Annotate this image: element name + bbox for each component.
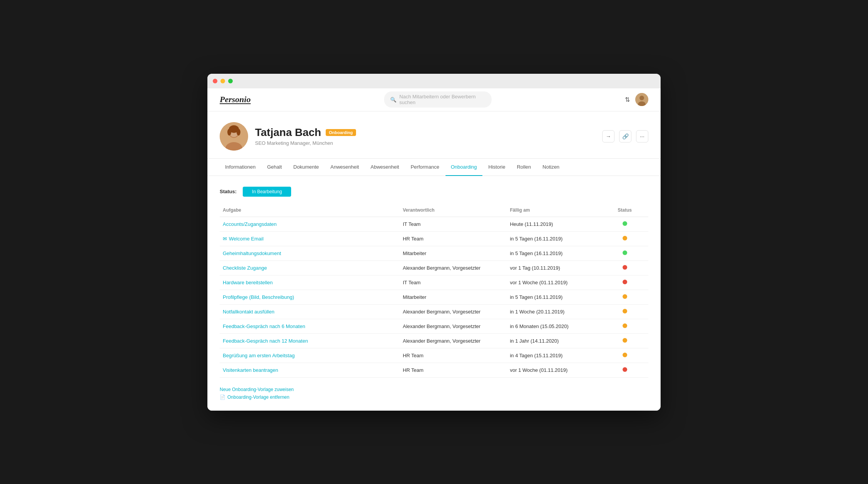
search-icon: 🔍 bbox=[390, 97, 396, 103]
task-verantwortlich: IT Team bbox=[400, 217, 507, 231]
status-dot bbox=[623, 338, 627, 343]
task-link[interactable]: Notfallkontakt ausfüllen bbox=[223, 309, 397, 315]
table-row: Hardware bereitstellenIT Teamvor 1 Woche… bbox=[220, 275, 648, 290]
filter-icon[interactable]: ⇅ bbox=[625, 96, 630, 103]
app-body: Personio 🔍 Nach Mitarbeitern oder Bewerb… bbox=[207, 88, 661, 411]
tab-performance[interactable]: Performance bbox=[405, 159, 444, 176]
minimize-dot[interactable] bbox=[220, 79, 225, 83]
table-row: ✉Welcome EmailHR Teamin 5 Tagen (16.11.2… bbox=[220, 231, 648, 246]
tab-anwesenheit[interactable]: Anwesenheit bbox=[325, 159, 364, 176]
titlebar bbox=[207, 74, 661, 88]
topnav: Personio 🔍 Nach Mitarbeitern oder Bewerb… bbox=[207, 88, 661, 111]
task-link[interactable]: Profilpflege (Bild, Beschreibung) bbox=[223, 294, 397, 300]
top-avatar[interactable] bbox=[635, 93, 648, 106]
table-row: GeheimhaltungsdokumentMitarbeiterin 5 Ta… bbox=[220, 246, 648, 260]
task-link[interactable]: Visitenkarten beantragen bbox=[223, 367, 397, 373]
profile-info: Tatjana Bach Onboarding SEO Marketing Ma… bbox=[255, 126, 356, 146]
task-status-cell bbox=[601, 319, 648, 333]
task-verantwortlich: Mitarbeiter bbox=[400, 246, 507, 260]
table-row: Accounts/ZugangsdatenIT TeamHeute (11.11… bbox=[220, 217, 648, 231]
task-link[interactable]: ✉Welcome Email bbox=[223, 236, 397, 242]
profile-avatar bbox=[220, 122, 248, 151]
task-link[interactable]: Hardware bereitstellen bbox=[223, 280, 397, 285]
table-row: Profilpflege (Bild, Beschreibung)Mitarbe… bbox=[220, 290, 648, 304]
topnav-right: ⇅ bbox=[625, 93, 648, 106]
task-falligam: in 5 Tagen (16.11.2019) bbox=[507, 290, 601, 304]
col-header-verantwortlich: Verantwortlich bbox=[400, 204, 507, 217]
task-verantwortlich: Alexander Bergmann, Vorgesetzter bbox=[400, 304, 507, 319]
table-row: Begrüßung am ersten ArbeitstagHR Teamin … bbox=[220, 348, 648, 363]
table-row: Feedback-Gespräch nach 6 MonatenAlexande… bbox=[220, 319, 648, 333]
task-status-cell bbox=[601, 231, 648, 246]
table-row: Notfallkontakt ausfüllenAlexander Bergma… bbox=[220, 304, 648, 319]
table-row: Visitenkarten beantragenHR Teamvor 1 Woc… bbox=[220, 363, 648, 377]
status-dot bbox=[623, 250, 627, 255]
task-status-cell bbox=[601, 217, 648, 231]
task-link[interactable]: Checkliste Zugange bbox=[223, 265, 397, 271]
task-status-cell bbox=[601, 260, 648, 275]
status-dot bbox=[623, 294, 627, 299]
task-status-cell bbox=[601, 275, 648, 290]
footer-link-new-template[interactable]: Neue Onboarding-Vorlage zuweisen bbox=[220, 387, 648, 392]
tab-notizen[interactable]: Notizen bbox=[537, 159, 565, 176]
task-table-body: Accounts/ZugangsdatenIT TeamHeute (11.11… bbox=[220, 217, 648, 377]
tab-informationen[interactable]: Informationen bbox=[220, 159, 261, 176]
task-verantwortlich: HR Team bbox=[400, 363, 507, 377]
task-status-cell bbox=[601, 363, 648, 377]
task-verantwortlich: HR Team bbox=[400, 231, 507, 246]
task-link[interactable]: Feedback-Gespräch nach 6 Monaten bbox=[223, 323, 397, 329]
svg-point-9 bbox=[237, 129, 240, 136]
tab-rollen[interactable]: Rollen bbox=[512, 159, 537, 176]
footer-link-remove-template[interactable]: 📄 Onboarding-Vorlage entfernen bbox=[220, 394, 648, 400]
profile-avatar-image bbox=[220, 122, 248, 151]
task-falligam: vor 1 Tag (10.11.2019) bbox=[507, 260, 601, 275]
col-header-status: Status bbox=[601, 204, 648, 217]
status-dot bbox=[623, 265, 627, 270]
profile-subtitle: SEO Marketing Manager, München bbox=[255, 140, 356, 146]
svg-point-8 bbox=[227, 129, 231, 136]
profile-actions: → 🔗 ··· bbox=[602, 130, 648, 143]
task-status-cell bbox=[601, 290, 648, 304]
task-verantwortlich: Alexander Bergmann, Vorgesetzter bbox=[400, 260, 507, 275]
login-action-button[interactable]: → bbox=[602, 130, 615, 143]
task-link[interactable]: Accounts/Zugangsdaten bbox=[223, 221, 397, 227]
status-dot bbox=[623, 323, 627, 328]
more-action-button[interactable]: ··· bbox=[636, 130, 648, 143]
status-dot bbox=[623, 236, 627, 240]
tab-gehalt[interactable]: Gehalt bbox=[262, 159, 287, 176]
status-row: Status: In Bearbeitung bbox=[220, 187, 648, 197]
close-dot[interactable] bbox=[213, 79, 217, 83]
task-link[interactable]: Begrüßung am ersten Arbeitstag bbox=[223, 353, 397, 358]
svg-point-1 bbox=[639, 96, 644, 100]
task-falligam: in 4 Tagen (15.11.2019) bbox=[507, 348, 601, 363]
task-status-cell bbox=[601, 333, 648, 348]
onboarding-badge: Onboarding bbox=[326, 129, 356, 136]
tab-historie[interactable]: Historie bbox=[483, 159, 511, 176]
app-window: Personio 🔍 Nach Mitarbeitern oder Bewerb… bbox=[207, 74, 661, 411]
task-table: Aufgabe Verantwortlich Fällig am Status … bbox=[220, 204, 648, 378]
task-verantwortlich: Alexander Bergmann, Vorgesetzter bbox=[400, 319, 507, 333]
tabs-bar: Informationen Gehalt Dokumente Anwesenhe… bbox=[207, 159, 661, 176]
task-link[interactable]: Geheimhaltungsdokument bbox=[223, 250, 397, 256]
tab-dokumente[interactable]: Dokumente bbox=[288, 159, 324, 176]
col-header-falligam: Fällig am bbox=[507, 204, 601, 217]
status-button[interactable]: In Bearbeitung bbox=[243, 187, 291, 197]
maximize-dot[interactable] bbox=[228, 79, 233, 83]
profile-header: Tatjana Bach Onboarding SEO Marketing Ma… bbox=[207, 111, 661, 159]
search-bar[interactable]: 🔍 Nach Mitarbeitern oder Bewerbern suche… bbox=[384, 91, 492, 108]
task-link[interactable]: Feedback-Gespräch nach 12 Monaten bbox=[223, 338, 397, 344]
status-dot bbox=[623, 367, 627, 372]
col-header-aufgabe: Aufgabe bbox=[220, 204, 400, 217]
tab-abwesenheit[interactable]: Abwesenheit bbox=[365, 159, 404, 176]
task-verantwortlich: Alexander Bergmann, Vorgesetzter bbox=[400, 333, 507, 348]
task-status-cell bbox=[601, 348, 648, 363]
table-row: Feedback-Gespräch nach 12 MonatenAlexand… bbox=[220, 333, 648, 348]
task-falligam: in 6 Monaten (15.05.2020) bbox=[507, 319, 601, 333]
task-falligam: in 5 Tagen (16.11.2019) bbox=[507, 246, 601, 260]
link-action-button[interactable]: 🔗 bbox=[619, 130, 631, 143]
tab-onboarding[interactable]: Onboarding bbox=[446, 159, 482, 176]
task-falligam: vor 1 Woche (01.11.2019) bbox=[507, 275, 601, 290]
logo: Personio bbox=[220, 94, 251, 104]
status-dot bbox=[623, 221, 627, 226]
status-dot bbox=[623, 309, 627, 313]
